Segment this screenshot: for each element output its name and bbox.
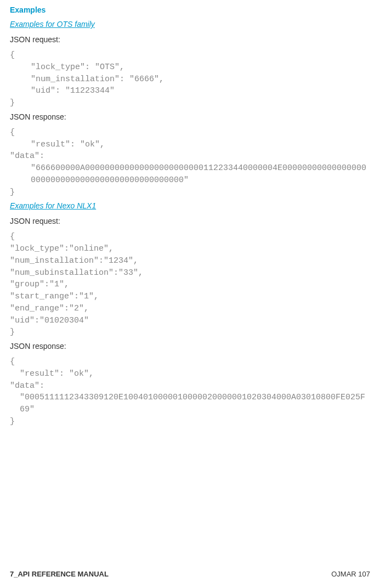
code-line: "num_subinstallation":"33", [10, 267, 370, 279]
code-line: "end_range":"2", [10, 303, 370, 315]
json-response-label: JSON response: [10, 112, 370, 121]
page-footer: 7_API REFERENCE MANUAL OJMAR 107 [10, 570, 370, 578]
code-line: } [10, 326, 370, 338]
ots-family-heading: Examples for OTS family [10, 20, 370, 29]
code-line: } [10, 97, 370, 109]
nexo-nlx1-heading: Examples for Nexo NLX1 [10, 201, 370, 210]
code-line: { [10, 127, 370, 139]
nexo-request-code: { "lock_type":"online", "num_installatio… [10, 231, 370, 338]
code-line: "num_installation": "6666", [10, 74, 370, 86]
examples-heading: Examples [10, 5, 370, 14]
nexo-response-code: { "result": "ok", "data": "0005111112343… [10, 356, 370, 428]
code-line: "lock_type": "OTS", [10, 61, 370, 74]
code-line: "num_installation":"1234", [10, 255, 370, 267]
code-line: "uid": "11223344" [10, 85, 370, 97]
code-line: "data": "0005111112343309120E10040100000… [10, 380, 370, 416]
code-line: { [10, 49, 370, 61]
code-line: "group":"1", [10, 279, 370, 291]
json-request-label: JSON request: [10, 35, 370, 44]
code-line: { [10, 231, 370, 243]
code-line: "start_range":"1", [10, 291, 370, 303]
ots-request-code: { "lock_type": "OTS", "num_installation"… [10, 49, 370, 109]
json-request-label: JSON request: [10, 217, 370, 225]
json-response-label: JSON response: [10, 342, 370, 350]
footer-left: 7_API REFERENCE MANUAL [10, 570, 109, 578]
code-line: { [10, 356, 370, 368]
ots-response-code: { "result": "ok", "data": "666600000A000… [10, 127, 370, 199]
code-line: "data": "666600000A000000000000000000000… [10, 150, 370, 186]
code-line: "result": "ok", [10, 139, 370, 151]
code-line: "uid":"01020304" [10, 315, 370, 327]
code-line: } [10, 416, 370, 428]
code-line: "result": "ok", [10, 368, 370, 380]
code-line: "lock_type":"online", [10, 243, 370, 255]
footer-right: OJMAR 107 [331, 570, 370, 578]
code-line: } [10, 186, 370, 199]
